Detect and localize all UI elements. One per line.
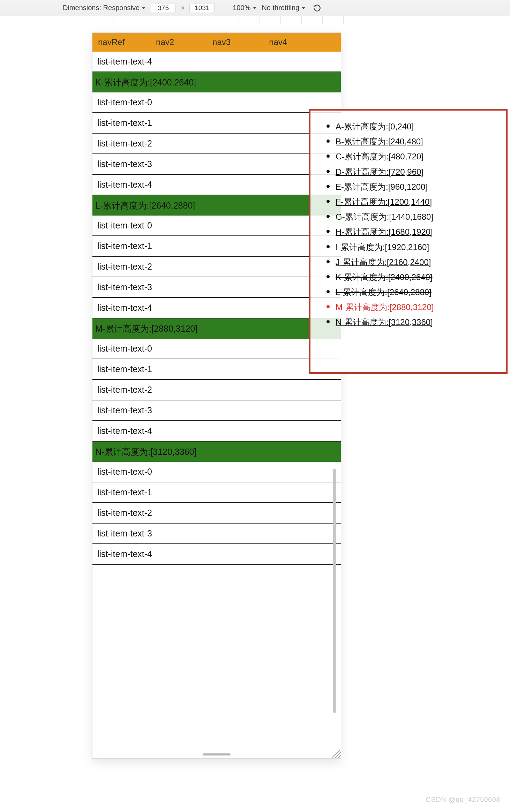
dimensions-dropdown[interactable]: Dimensions: Responsive	[63, 4, 146, 12]
watermark: CSDN @qq_42750608	[426, 796, 500, 804]
rotate-button[interactable]	[313, 3, 322, 13]
list-item[interactable]: list-item-text-0	[92, 92, 341, 113]
throttling-label: No throttling	[262, 4, 299, 12]
nav-tab[interactable]: nav3	[212, 37, 231, 47]
list-item[interactable]: list-item-text-1	[92, 359, 341, 380]
list-item[interactable]: list-item-text-3	[92, 524, 341, 544]
section-header: N-累计高度为:[3120,3360]	[92, 442, 341, 462]
list-item[interactable]: list-item-text-3	[92, 400, 341, 421]
dimensions-label: Dimensions: Responsive	[63, 4, 140, 12]
throttling-dropdown[interactable]: No throttling	[262, 4, 306, 12]
list-item[interactable]: list-item-text-4	[92, 544, 341, 565]
overlay-item: G-累计高度为:[1440,1680]	[327, 209, 499, 224]
nav-tab[interactable]: navRef	[98, 37, 125, 47]
list-item[interactable]: list-item-text-1	[92, 113, 341, 134]
overlay-item: J-累计高度为:[2160,2400]	[327, 255, 499, 270]
list-item[interactable]: list-item-text-2	[92, 503, 341, 524]
overlay-item: A-累计高度为:[0,240]	[327, 119, 499, 134]
device-frame: navRef nav2 nav3 nav4 list-item-text-4K-…	[92, 33, 341, 758]
chevron-down-icon	[142, 6, 146, 10]
list-item[interactable]: list-item-text-4	[92, 52, 341, 72]
overlay-item: C-累计高度为:[480,720]	[327, 149, 499, 164]
list-item[interactable]: list-item-text-0	[92, 462, 341, 482]
debug-overlay: A-累计高度为:[0,240]B-累计高度为:[240,480]C-累计高度为:…	[309, 109, 508, 374]
nav-tab[interactable]: nav4	[269, 37, 287, 47]
list-item[interactable]: list-item-text-1	[92, 236, 341, 257]
list-item[interactable]: list-item-text-2	[92, 134, 341, 154]
overlay-item: M-累计高度为:[2880,3120]	[327, 300, 499, 315]
viewport-width-input[interactable]	[151, 3, 176, 13]
overlay-item: I-累计高度为:[1920,2160]	[327, 240, 499, 255]
list-item[interactable]: list-item-text-2	[92, 380, 341, 400]
list-item[interactable]: list-item-text-2	[92, 257, 341, 277]
section-header: K-累计高度为:[2400,2640]	[92, 72, 341, 92]
overlay-item: K-累计高度为:[2400,2640]	[327, 270, 499, 285]
drag-bottom-handle[interactable]	[203, 753, 231, 755]
viewport-height-input[interactable]	[189, 3, 215, 13]
chevron-down-icon	[253, 6, 257, 10]
ruler	[0, 16, 510, 24]
zoom-dropdown[interactable]: 100%	[233, 4, 257, 12]
list-item[interactable]: list-item-text-0	[92, 216, 341, 236]
devtools-device-toolbar: Dimensions: Responsive × 100% No throttl…	[0, 0, 510, 16]
section-header: L-累计高度为:[2640,2880]	[92, 195, 341, 216]
list-item[interactable]: list-item-text-4	[92, 421, 341, 442]
overlay-item: N-累计高度为:[3120,3360]	[327, 315, 499, 330]
overlay-item: F-累计高度为:[1200,1440]	[327, 194, 499, 209]
list-item[interactable]: list-item-text-4	[92, 298, 341, 318]
overlay-item: B-累计高度为:[240,480]	[327, 134, 499, 149]
list-item[interactable]: list-item-text-1	[92, 482, 341, 503]
list-item[interactable]: list-item-text-4	[92, 175, 341, 195]
dimension-separator: ×	[181, 4, 185, 12]
nav-tab[interactable]: nav2	[156, 37, 174, 47]
list-item[interactable]: list-item-text-3	[92, 277, 341, 298]
resize-grip[interactable]	[328, 746, 341, 758]
top-nav: navRef nav2 nav3 nav4	[92, 33, 341, 52]
overlay-item: L-累计高度为:[2640,2880]	[327, 285, 499, 300]
list-item[interactable]: list-item-text-0	[92, 339, 341, 359]
list-item[interactable]: list-item-text-3	[92, 154, 341, 175]
rotate-icon	[313, 3, 322, 13]
chevron-down-icon	[301, 6, 306, 10]
overlay-item: H-累计高度为:[1680,1920]	[327, 224, 499, 239]
overlay-item: E-累计高度为:[960,1200]	[327, 179, 499, 194]
overlay-list: A-累计高度为:[0,240]B-累计高度为:[240,480]C-累计高度为:…	[327, 119, 499, 330]
zoom-label: 100%	[233, 4, 250, 12]
scroll-container[interactable]: list-item-text-4K-累计高度为:[2400,2640]list-…	[92, 52, 341, 758]
overlay-item: D-累计高度为:[720,960]	[327, 164, 499, 179]
section-header: M-累计高度为:[2880,3120]	[92, 318, 341, 339]
scrollbar-track	[333, 469, 336, 713]
